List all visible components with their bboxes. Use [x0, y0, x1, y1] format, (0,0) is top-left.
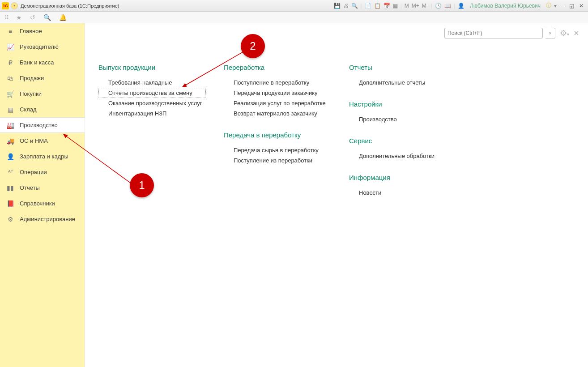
- sidebar-item-sales[interactable]: 🛍Продажи: [0, 70, 85, 86]
- sidebar: ≡Главное 📈Руководителю ₽Банк и касса 🛍Пр…: [0, 23, 85, 367]
- book-icon: 📕: [6, 200, 14, 207]
- column-reports: Отчеты Дополнительные отчеты Настройки П…: [349, 61, 456, 198]
- link-additional-reports[interactable]: Дополнительные отчеты: [349, 77, 456, 88]
- favorite-icon[interactable]: ★: [16, 14, 22, 21]
- sidebar-item-assets[interactable]: 🚚ОС и НМА: [0, 133, 85, 149]
- sidebar-item-admin[interactable]: ⚙Администрирование: [0, 211, 85, 227]
- window-title: Демонстрационная база (1С:Предприятие): [21, 3, 119, 9]
- titlebar-tools: 💾 🖨 🔍 | 📄 📋 📅 ▦ | M M+ M- | 🕓 📖 | 👤 Люби…: [334, 2, 557, 9]
- window-close-button[interactable]: ✕: [576, 1, 586, 10]
- link-receive-from-processing[interactable]: Поступление из переработки: [224, 155, 331, 166]
- clock-icon[interactable]: 🕓: [435, 3, 442, 9]
- titlebar: 1C ▾ Демонстрационная база (1С:Предприят…: [0, 0, 588, 12]
- factory-icon: 🏭: [6, 122, 14, 129]
- dtct-icon: ᴬᵀ: [6, 169, 14, 176]
- link-transfer-customer[interactable]: Передача продукции заказчику: [224, 88, 331, 98]
- column-processing: Переработка Поступление в переработку Пе…: [224, 61, 331, 198]
- section-title-transfer: Передача в переработку: [224, 131, 331, 139]
- doc-icon[interactable]: 📄: [365, 3, 371, 9]
- bag-icon: 🛍: [6, 75, 14, 82]
- search-input[interactable]: [444, 28, 543, 38]
- notifications-icon[interactable]: 🔔: [59, 14, 67, 21]
- link-additional-processing[interactable]: Дополнительные обработки: [349, 151, 456, 161]
- gear-icon: ⚙: [6, 216, 14, 223]
- link-news[interactable]: Новости: [349, 188, 456, 198]
- window-minimize-button[interactable]: —: [557, 1, 567, 10]
- content-toolbar: × ⚙▾ ✕: [444, 28, 579, 38]
- boxes-icon: ▦: [6, 106, 14, 113]
- column-output: Выпуск продукции Требования-накладные От…: [98, 61, 206, 198]
- calc-mminus-button[interactable]: M-: [422, 3, 428, 9]
- main-area: ≡Главное 📈Руководителю ₽Банк и касса 🛍Пр…: [0, 23, 588, 367]
- link-processing-services[interactable]: Реализация услуг по переработке: [224, 98, 331, 108]
- sidebar-item-directories[interactable]: 📕Справочники: [0, 196, 85, 211]
- window-restore-button[interactable]: ◱: [567, 1, 576, 10]
- sidebar-item-reports[interactable]: ▮▮Отчеты: [0, 180, 85, 196]
- sidebar-item-label: Отчеты: [20, 184, 40, 191]
- print-icon[interactable]: 🖨: [343, 3, 349, 9]
- info-icon[interactable]: ⓘ: [546, 2, 551, 9]
- sidebar-item-label: Операции: [20, 169, 47, 175]
- link-wip-inventory[interactable]: Инвентаризация НЗП: [98, 108, 206, 119]
- callout-1: 1: [130, 173, 154, 197]
- link-production-services[interactable]: Оказание производственных услуг: [98, 98, 206, 108]
- sidebar-item-label: Склад: [20, 106, 37, 113]
- calc-m-button[interactable]: M: [405, 3, 409, 9]
- sidebar-item-label: Зарплата и кадры: [20, 153, 68, 160]
- search-clear-button[interactable]: ×: [545, 28, 555, 38]
- sidebar-item-production[interactable]: 🏭Производство: [0, 117, 85, 133]
- section-title-reports: Отчеты: [349, 64, 456, 71]
- link-transfer-raw[interactable]: Передача сырья в переработку: [224, 145, 331, 155]
- cart-icon: 🛒: [6, 90, 14, 98]
- link-receive-processing[interactable]: Поступление в переработку: [224, 77, 331, 88]
- titlebar-dropdown-icon[interactable]: ▾: [11, 2, 18, 9]
- toolstrip: ⠿ ★ ↺ 🔍 🔔: [0, 12, 588, 23]
- current-user-label: Любимов Валерий Юрьевич: [470, 3, 541, 9]
- sidebar-item-manager[interactable]: 📈Руководителю: [0, 39, 85, 55]
- sidebar-item-label: Банк и касса: [20, 59, 54, 66]
- panel-close-button[interactable]: ✕: [574, 30, 579, 37]
- section-title-service: Сервис: [349, 137, 456, 145]
- sidebar-item-salary[interactable]: 👤Зарплата и кадры: [0, 149, 85, 164]
- sidebar-item-label: Продажи: [20, 75, 44, 81]
- sidebar-item-label: Руководителю: [20, 43, 59, 50]
- grid-icon[interactable]: ▦: [393, 3, 398, 9]
- chart-icon: 📈: [6, 43, 14, 51]
- sidebar-item-label: Администрирование: [20, 216, 75, 222]
- section-title-settings: Настройки: [349, 100, 456, 108]
- person-icon: 👤: [6, 153, 14, 160]
- content-area: × ⚙▾ ✕ Выпуск продукции Требования-накла…: [85, 23, 588, 367]
- user-icon[interactable]: 👤: [458, 3, 464, 9]
- menu-icon: ≡: [6, 28, 14, 35]
- sidebar-item-main[interactable]: ≡Главное: [0, 23, 85, 39]
- sidebar-item-label: Покупки: [20, 90, 42, 97]
- history-icon[interactable]: ↺: [30, 14, 35, 21]
- ruble-icon: ₽: [6, 59, 14, 66]
- link-requirements[interactable]: Требования-накладные: [98, 77, 206, 88]
- calendar-icon[interactable]: 📅: [383, 3, 390, 9]
- section-title-processing: Переработка: [224, 64, 331, 71]
- sidebar-item-label: Производство: [20, 122, 58, 128]
- app-logo-icon: 1C: [2, 2, 9, 9]
- link-return-materials[interactable]: Возврат материалов заказчику: [224, 108, 331, 119]
- preview-icon[interactable]: 🔍: [351, 3, 358, 9]
- sidebar-item-warehouse[interactable]: ▦Склад: [0, 102, 85, 117]
- callout-2: 2: [241, 34, 265, 58]
- sidebar-item-label: Главное: [20, 28, 42, 34]
- save-icon[interactable]: 💾: [334, 3, 341, 9]
- settings-icon[interactable]: ⚙▾: [560, 28, 569, 38]
- search-icon[interactable]: 🔍: [43, 14, 51, 21]
- section-title-info: Информация: [349, 174, 456, 181]
- sidebar-item-operations[interactable]: ᴬᵀОперации: [0, 164, 85, 180]
- sidebar-item-bank[interactable]: ₽Банк и касса: [0, 55, 85, 70]
- book-icon[interactable]: 📖: [444, 3, 451, 9]
- calc-mplus-button[interactable]: M+: [412, 3, 419, 9]
- sidebar-item-purchases[interactable]: 🛒Покупки: [0, 86, 85, 102]
- section-title-output: Выпуск продукции: [98, 64, 206, 71]
- copy-icon[interactable]: 📋: [374, 3, 381, 9]
- link-production-reports[interactable]: Отчеты производства за смену: [98, 88, 206, 98]
- link-production-settings[interactable]: Производство: [349, 114, 456, 124]
- apps-icon[interactable]: ⠿: [4, 14, 8, 21]
- truck-icon: 🚚: [6, 137, 14, 145]
- sidebar-item-label: Справочники: [20, 200, 55, 207]
